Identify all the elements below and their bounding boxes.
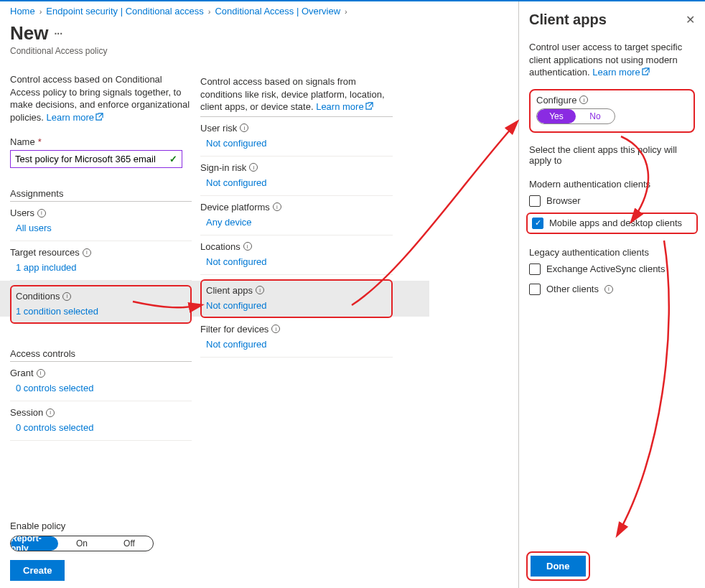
crumb-home[interactable]: Home — [10, 6, 35, 17]
chevron-right-icon: › — [208, 7, 211, 16]
cond-row[interactable]: Client appsi — [206, 285, 387, 296]
users-value[interactable]: All users — [10, 223, 192, 233]
info-icon[interactable]: i — [83, 248, 91, 257]
checkbox-eas[interactable] — [529, 263, 541, 275]
panel-title: Client apps ✕ — [529, 11, 695, 28]
info-icon[interactable]: i — [271, 325, 280, 333]
page-subtitle: Conditional Access policy — [10, 46, 192, 56]
conditions-row[interactable]: Conditions i — [16, 291, 186, 302]
info-icon[interactable]: i — [37, 209, 46, 218]
cond-value[interactable]: Any device — [200, 217, 393, 228]
targets-row[interactable]: Target resources i — [10, 247, 192, 258]
checkbox-other-label: Other clients — [546, 284, 599, 294]
close-icon[interactable]: ✕ — [686, 13, 695, 27]
chevron-right-icon: › — [39, 7, 42, 16]
left-description: Control access based on Conditional Acce… — [10, 73, 192, 123]
opt-on[interactable]: On — [58, 536, 106, 551]
external-link-icon — [95, 113, 103, 121]
external-link-icon — [365, 102, 373, 110]
crumb-ca[interactable]: Conditional Access | Overview — [215, 6, 340, 17]
grant-row[interactable]: Grant i — [10, 368, 192, 378]
assignments-header: Assignments — [10, 184, 192, 202]
panel-description: Control user access to target specific c… — [529, 41, 695, 79]
cond-value[interactable]: Not configured — [200, 339, 393, 350]
more-icon[interactable]: ··· — [54, 28, 62, 39]
cond-row[interactable]: Locationsi — [200, 241, 393, 252]
cond-row[interactable]: Device platformsi — [200, 202, 393, 213]
page-title: New ··· — [10, 22, 192, 45]
group-legacy: Legacy authentication clients — [529, 247, 695, 258]
info-icon[interactable]: i — [273, 202, 281, 211]
checkbox-eas-label: Exchange ActiveSync clients — [546, 263, 665, 274]
client-apps-panel: Client apps ✕ Control user access to tar… — [518, 1, 705, 588]
info-icon[interactable]: i — [243, 242, 252, 251]
configure-label: Configure i — [536, 95, 688, 106]
learn-more-link[interactable]: Learn more — [592, 67, 649, 78]
enable-policy-toggle[interactable]: Report-only On Off — [10, 536, 154, 551]
conditions-value[interactable]: 1 condition selected — [16, 306, 186, 317]
chevron-right-icon: › — [345, 7, 347, 16]
name-input[interactable]: ✓ — [10, 150, 182, 168]
configure-toggle[interactable]: Yes No — [536, 108, 615, 124]
cond-value[interactable]: Not configured — [200, 177, 393, 188]
session-row[interactable]: Session i — [10, 407, 192, 418]
info-icon[interactable]: i — [256, 286, 264, 294]
cond-row[interactable]: Filter for devicesi — [200, 324, 393, 335]
crumb-endpoint[interactable]: Endpoint security | Conditional access — [46, 6, 203, 17]
done-button[interactable]: Done — [531, 556, 586, 577]
info-icon[interactable]: i — [37, 369, 45, 378]
learn-more-link[interactable]: Learn more — [47, 112, 103, 123]
cond-row[interactable]: Sign-in riski — [200, 162, 393, 173]
checkbox-mobile-desktop-label: Mobile apps and desktop clients — [549, 218, 682, 228]
users-row[interactable]: Users i — [10, 207, 192, 218]
cond-value[interactable]: Not configured — [206, 300, 387, 311]
cond-row[interactable]: User riski — [200, 123, 393, 134]
checkbox-other[interactable] — [529, 284, 541, 295]
checkbox-mobile-desktop[interactable]: ✓ — [532, 218, 543, 229]
learn-more-link[interactable]: Learn more — [316, 101, 373, 112]
enable-policy-label: Enable policy — [10, 521, 154, 531]
opt-report-only[interactable]: Report-only — [11, 536, 58, 551]
access-controls-header: Access controls — [10, 344, 192, 362]
cond-value[interactable]: Not configured — [200, 138, 393, 149]
name-label: Name* — [10, 136, 192, 147]
info-icon[interactable]: i — [604, 285, 613, 294]
toggle-yes[interactable]: Yes — [537, 109, 576, 123]
create-button[interactable]: Create — [10, 560, 65, 581]
info-icon[interactable]: i — [240, 123, 248, 132]
info-icon[interactable]: i — [62, 292, 71, 301]
cond-value[interactable]: Not configured — [200, 256, 393, 267]
opt-off[interactable]: Off — [106, 536, 153, 551]
checkbox-browser-label: Browser — [546, 195, 581, 206]
session-value[interactable]: 0 controls selected — [10, 422, 192, 433]
mid-description: Control access based on signals from con… — [200, 75, 393, 113]
select-text: Select the client apps this policy will … — [529, 144, 695, 166]
toggle-no[interactable]: No — [576, 109, 615, 123]
info-icon[interactable]: i — [249, 163, 258, 172]
external-link-icon — [642, 67, 650, 75]
group-modern: Modern authentication clients — [529, 179, 695, 190]
checkbox-browser[interactable] — [529, 195, 541, 207]
check-icon: ✓ — [169, 154, 177, 164]
grant-value[interactable]: 0 controls selected — [10, 383, 192, 393]
targets-value[interactable]: 1 app included — [10, 262, 192, 273]
info-icon[interactable]: i — [46, 409, 55, 417]
info-icon[interactable]: i — [579, 95, 588, 104]
